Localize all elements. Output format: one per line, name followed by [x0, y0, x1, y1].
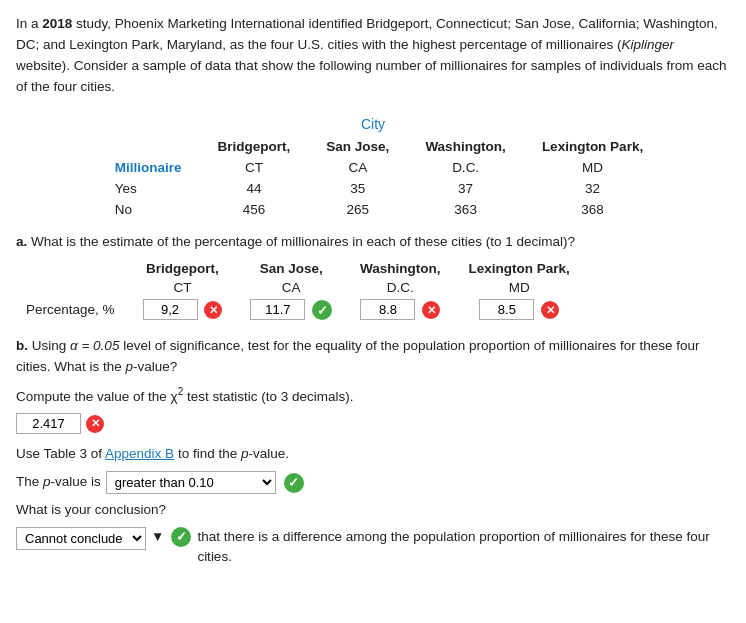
- alpha-value: α = 0.05: [70, 338, 119, 353]
- row-yes-bridgeport: 44: [200, 178, 309, 199]
- year: 2018: [42, 16, 72, 31]
- pct-sanjose-input[interactable]: [250, 299, 305, 320]
- conclusion-select[interactable]: Cannot conclude Conclude: [16, 527, 146, 550]
- question-a-text: a. What is the estimate of the percentag…: [16, 234, 730, 249]
- source-italic: Kiplinger: [622, 37, 675, 52]
- percentage-table: Bridgeport, San Jose, Washington, Lexing…: [26, 259, 584, 322]
- pct-lexington-input[interactable]: [479, 299, 534, 320]
- percentage-row: Percentage, % ✕ ✓ ✕ ✕: [26, 297, 584, 322]
- col-washington-sub: D.C.: [407, 157, 524, 178]
- pct-col-lexington: Lexington Park,: [455, 259, 584, 278]
- pct-col-bridgeport: Bridgeport,: [129, 259, 237, 278]
- col-lexington-header: Lexington Park,: [524, 136, 661, 157]
- question-b-section: b. Using α = 0.05 level of significance,…: [16, 336, 730, 568]
- correct-icon-pvalue: ✓: [284, 473, 304, 493]
- row-yes-lexington: 32: [524, 178, 661, 199]
- wrong-icon-lexington: ✕: [541, 301, 559, 319]
- col-washington-header: Washington,: [407, 136, 524, 157]
- col-bridgeport-sub: CT: [200, 157, 309, 178]
- row-no-bridgeport: 456: [200, 199, 309, 220]
- pvalue-row: The p-value is greater than 0.10 between…: [16, 471, 730, 494]
- chi-input-row: ✕: [16, 413, 730, 434]
- conclusion-text: that there is a difference among the pop…: [197, 527, 730, 568]
- col-bridgeport-header: Bridgeport,: [200, 136, 309, 157]
- table-row: No 456 265 363 368: [85, 199, 661, 220]
- pct-col-washington: Washington,: [346, 259, 455, 278]
- question-b-text: b. Using α = 0.05 level of significance,…: [16, 336, 730, 378]
- percentage-row-label: Percentage, %: [26, 297, 129, 322]
- city-table-section: City Bridgeport, San Jose, Washington, L…: [16, 116, 730, 220]
- pct-bridgeport-cell: ✕: [129, 297, 237, 322]
- row-no-lexington: 368: [524, 199, 661, 220]
- col-sanjose-sub: CA: [308, 157, 407, 178]
- wrong-icon-chi: ✕: [86, 415, 104, 433]
- col-lexington-sub: MD: [524, 157, 661, 178]
- col-sanjose-header: San Jose,: [308, 136, 407, 157]
- intro-paragraph: In a 2018 study, Phoenix Marketing Inter…: [16, 14, 730, 98]
- pct-washington-input[interactable]: [360, 299, 415, 320]
- conclusion-label: What is your conclusion?: [16, 500, 730, 521]
- city-header: City: [16, 116, 730, 132]
- pvalue-select[interactable]: greater than 0.10 between 0.05 and 0.10 …: [106, 471, 276, 494]
- row-label-millionaire: Millionaire: [85, 157, 200, 178]
- row-yes-label: Yes: [85, 178, 200, 199]
- pvalue-label: The p-value is: [16, 472, 101, 493]
- pct-washington-cell: ✕: [346, 297, 455, 322]
- wrong-icon-washington: ✕: [422, 301, 440, 319]
- conclusion-row: Cannot conclude Conclude ▼ ✓ that there …: [16, 527, 730, 568]
- pct-sub-lexington: MD: [455, 278, 584, 297]
- row-no-washington: 363: [407, 199, 524, 220]
- pct-col-sanjose: San Jose,: [236, 259, 346, 278]
- data-table: Bridgeport, San Jose, Washington, Lexing…: [85, 136, 661, 220]
- row-yes-washington: 37: [407, 178, 524, 199]
- pct-sub-sanjose: CA: [236, 278, 346, 297]
- chi-line: Compute the value of the χ2 test statist…: [16, 384, 730, 407]
- table-row: Yes 44 35 37 32: [85, 178, 661, 199]
- pct-sanjose-cell: ✓: [236, 297, 346, 322]
- wrong-icon-bridgeport: ✕: [204, 301, 222, 319]
- row-no-label: No: [85, 199, 200, 220]
- row-yes-sanjose: 35: [308, 178, 407, 199]
- appendix-link[interactable]: Appendix B: [105, 446, 174, 461]
- pct-bridgeport-input[interactable]: [143, 299, 198, 320]
- row-no-sanjose: 265: [308, 199, 407, 220]
- correct-icon-sanjose: ✓: [312, 300, 332, 320]
- pct-sub-bridgeport: CT: [129, 278, 237, 297]
- correct-icon-conclusion: ✓: [171, 527, 191, 547]
- pct-sub-washington: D.C.: [346, 278, 455, 297]
- table-reference-line: Use Table 3 of Appendix B to find the p-…: [16, 444, 730, 465]
- pct-lexington-cell: ✕: [455, 297, 584, 322]
- chi-input[interactable]: [16, 413, 81, 434]
